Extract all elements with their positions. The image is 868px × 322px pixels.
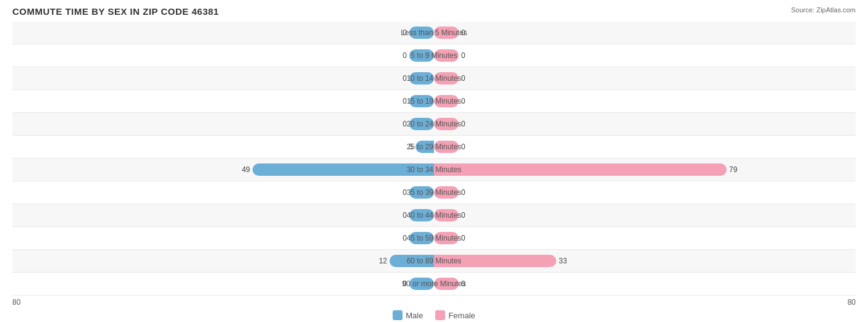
bar-row: Less than 5 Minutes00 [12, 22, 856, 44]
bar-label: 60 to 89 Minutes [407, 257, 462, 265]
female-value: 0 [461, 142, 465, 151]
female-value: 0 [461, 51, 465, 60]
source-text: Source: ZipAtlas.com [791, 6, 856, 14]
bar-label: 90 or more Minutes [402, 279, 465, 288]
female-value: 0 [461, 234, 465, 242]
female-value: 0 [461, 74, 465, 83]
male-swatch [393, 310, 403, 320]
bar-row: 25 to 29 Minutes50 [12, 136, 856, 159]
rows-area: Less than 5 Minutes005 to 9 Minutes0010 … [12, 22, 856, 295]
bar-row: 40 to 44 Minutes00 [12, 204, 856, 227]
bar-label: 45 to 59 Minutes [407, 234, 462, 242]
bar-row: 60 to 89 Minutes1233 [12, 250, 856, 273]
male-value: 49 [242, 165, 250, 174]
axis-left: 80 [12, 298, 20, 307]
bar-row: 5 to 9 Minutes00 [12, 44, 856, 67]
bar-label: 10 to 14 Minutes [407, 74, 462, 83]
bar-label: 35 to 39 Minutes [407, 188, 462, 197]
female-value: 0 [461, 188, 465, 197]
bar-row: 15 to 19 Minutes00 [12, 90, 856, 113]
female-value: 79 [729, 165, 737, 174]
bar-row: 20 to 24 Minutes00 [12, 113, 856, 136]
female-bar-container: 79 [434, 163, 727, 176]
axis-labels: 80 80 [12, 298, 856, 307]
chart-title: COMMUTE TIME BY SEX IN ZIP CODE 46381 [12, 6, 856, 17]
bar-label: 25 to 29 Minutes [407, 142, 462, 151]
bar-label: 20 to 24 Minutes [407, 120, 462, 128]
bar-label: 15 to 19 Minutes [407, 97, 462, 105]
bar-label: 5 to 9 Minutes [411, 51, 457, 60]
female-swatch [435, 310, 445, 320]
female-label: Female [448, 311, 475, 320]
bar-row: 45 to 59 Minutes00 [12, 227, 856, 250]
bar-row: 30 to 34 Minutes4979 [12, 159, 856, 181]
bar-row: 90 or more Minutes00 [12, 273, 856, 295]
bar-row: 35 to 39 Minutes00 [12, 181, 856, 204]
female-value: 0 [461, 211, 465, 220]
legend: Male Female [12, 310, 856, 320]
axis-right: 80 [848, 298, 856, 307]
female-bar [434, 163, 727, 176]
female-value: 0 [461, 120, 465, 128]
legend-female: Female [435, 310, 475, 320]
legend-male: Male [393, 310, 423, 320]
bar-row: 10 to 14 Minutes00 [12, 67, 856, 90]
bar-label: 30 to 34 Minutes [407, 165, 462, 174]
bar-label: Less than 5 Minutes [401, 28, 467, 37]
male-value: 12 [379, 257, 387, 265]
chart-container: COMMUTE TIME BY SEX IN ZIP CODE 46381 So… [0, 0, 868, 322]
bar-label: 40 to 44 Minutes [407, 211, 462, 220]
female-value: 0 [461, 97, 465, 105]
male-value: 0 [403, 51, 407, 60]
male-label: Male [406, 311, 423, 320]
female-value: 33 [559, 257, 567, 265]
